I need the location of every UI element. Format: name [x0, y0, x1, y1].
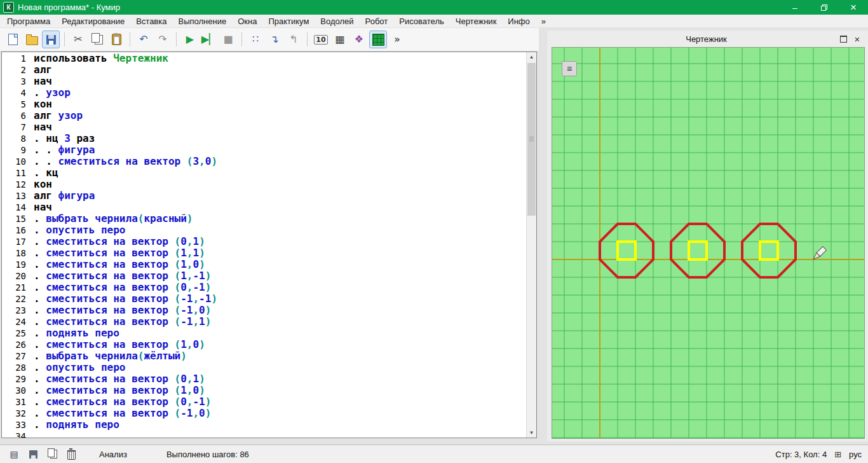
code-line[interactable]: 9. . фигура [2, 144, 527, 156]
run-button[interactable]: ▶ [181, 31, 199, 48]
code-line[interactable]: 24. сместиться на вектор (-1,1) [2, 316, 527, 328]
code-line[interactable]: 15. выбрать чернила(красный) [2, 213, 527, 225]
show-windows-button[interactable]: ∷ [247, 31, 264, 48]
close-button[interactable]: × [839, 0, 868, 15]
code-line[interactable]: 27. выбрать чернила(жёлтый) [2, 350, 527, 362]
menu-item-8[interactable]: Робот [360, 15, 394, 27]
menu-item-2[interactable]: Редактирование [56, 15, 130, 27]
drawer-field [552, 48, 864, 438]
code-line[interactable]: 1использовать Чертежник [2, 53, 527, 64]
scroll-down-button[interactable]: ▼ [527, 428, 536, 438]
undo-button[interactable]: ↶ [135, 31, 153, 48]
code-line[interactable]: 13алг фигура [2, 190, 527, 202]
protocol-button[interactable]: ▤ [6, 447, 22, 461]
scroll-up-button[interactable]: ▲ [527, 52, 536, 62]
code-line[interactable]: 8. нц 3 раз [2, 133, 527, 144]
scrollbar-thumb[interactable] [527, 63, 536, 216]
menu-item-12[interactable]: » [536, 15, 552, 27]
menu-item-7[interactable]: Водолей [315, 15, 359, 27]
code-line[interactable]: 11. кц [2, 167, 527, 179]
code-line[interactable]: 31. сместиться на вектор (0,-1) [2, 396, 527, 408]
code-line[interactable]: 34 [2, 431, 527, 438]
line-number: 1 [2, 53, 34, 64]
save-protocol-button[interactable] [25, 447, 41, 461]
code-line[interactable]: 23. сместиться на вектор (-1,0) [2, 305, 527, 316]
paste-button[interactable] [107, 31, 125, 48]
menu-item-6[interactable]: Практикум [262, 15, 315, 27]
code-line[interactable]: 22. сместиться на вектор (-1,-1) [2, 293, 527, 305]
code-line[interactable]: 2алг [2, 64, 527, 76]
new-file-button[interactable] [4, 31, 22, 48]
copy-protocol-button[interactable] [44, 447, 60, 461]
more-tools-icon: » [394, 34, 400, 45]
menu-item-9[interactable]: Рисователь [393, 15, 449, 27]
painter-window-button[interactable]: ❖ [350, 31, 368, 48]
keyboard-layout-icon[interactable]: ⊞ [834, 450, 841, 459]
code-line[interactable]: 29. сместиться на вектор (0,1) [2, 373, 527, 385]
menu-item-1[interactable]: Программа [1, 15, 56, 27]
code-line[interactable]: 6алг узор [2, 110, 527, 121]
code-line[interactable]: 7нач [2, 121, 527, 133]
restore-button[interactable] [810, 0, 839, 15]
drawer-window-button[interactable] [369, 31, 387, 48]
code-line[interactable]: 16. опустить перо [2, 225, 527, 236]
code-line[interactable]: 28. опустить перо [2, 362, 527, 373]
step-out-button[interactable]: ↰ [285, 31, 302, 48]
drawer-menu-button[interactable]: ≡ [562, 61, 577, 76]
code-line[interactable]: 21. сместиться на вектор (0,-1) [2, 282, 527, 293]
save-file-button[interactable] [42, 31, 60, 48]
code-line[interactable]: 14нач [2, 202, 527, 213]
cut-button[interactable]: ✂ [69, 31, 87, 48]
code-line[interactable]: 33. поднять перо [2, 419, 527, 431]
code-line[interactable]: 4. узор [2, 87, 527, 99]
minimize-button[interactable]: – [780, 0, 810, 15]
code-line[interactable]: 32. сместиться на вектор (-1,0) [2, 408, 527, 419]
code-text: кон [34, 99, 52, 110]
menu-item-10[interactable]: Чертежник [450, 15, 503, 27]
drawer-close-button[interactable]: × [850, 32, 864, 45]
menu-item-11[interactable]: Инфо [502, 15, 535, 27]
show-grid-button[interactable]: ▦ [331, 31, 349, 48]
menu-item-3[interactable]: Вставка [130, 15, 172, 27]
line-number: 21 [2, 282, 34, 293]
code-line[interactable]: 30. сместиться на вектор (1,0) [2, 385, 527, 396]
open-file-button[interactable] [23, 31, 41, 48]
stop-button[interactable]: ■ [219, 31, 237, 48]
drawer-float-button[interactable] [836, 32, 850, 45]
code-line[interactable]: 12кон [2, 179, 527, 190]
menu-bar: ПрограммаРедактированиеВставкаВыполнение… [0, 15, 868, 28]
code-text: . сместиться на вектор (0,1) [34, 236, 205, 247]
copy-icon [95, 35, 103, 45]
more-tools-button[interactable]: » [388, 31, 406, 48]
step-into-button[interactable]: ↴ [266, 31, 283, 48]
line-numbers-button[interactable]: 10 [312, 31, 330, 48]
copy-button[interactable] [88, 31, 106, 48]
code-line[interactable]: 20. сместиться на вектор (1,-1) [2, 270, 527, 282]
redo-button[interactable]: ↷ [154, 31, 172, 48]
line-number: 13 [2, 190, 34, 202]
keyboard-layout-label[interactable]: рус [849, 450, 862, 459]
editor-scrollbar[interactable]: ▲ ▼ [526, 52, 536, 438]
code-line[interactable]: 19. сместиться на вектор (1,0) [2, 259, 527, 270]
menu-item-4[interactable]: Выполнение [172, 15, 232, 27]
line-number: 5 [2, 99, 34, 110]
code-text: алг узор [34, 110, 83, 121]
code-line[interactable]: 26. сместиться на вектор (1,0) [2, 339, 527, 350]
code-line[interactable]: 5кон [2, 99, 527, 110]
code-line[interactable]: 17. сместиться на вектор (0,1) [2, 236, 527, 247]
line-number: 32 [2, 408, 34, 419]
line-number: 29 [2, 373, 34, 385]
code-editor[interactable]: 1использовать Чертежник2алг3нач4. узор5к… [1, 52, 537, 438]
code-line[interactable]: 18. сместиться на вектор (1,1) [2, 247, 527, 259]
run-step-button[interactable]: ▶▏ [200, 31, 218, 48]
menu-item-5[interactable]: Окна [232, 15, 262, 27]
toolbar-separator [130, 32, 130, 46]
code-line[interactable]: 3нач [2, 76, 527, 87]
code-text: . . сместиться на вектор (3,0) [34, 156, 217, 167]
line-number: 20 [2, 270, 34, 282]
clear-protocol-button[interactable] [64, 447, 79, 461]
code-line[interactable]: 25. поднять перо [2, 328, 527, 339]
code-area[interactable]: 1использовать Чертежник2алг3нач4. узор5к… [2, 53, 527, 438]
toolbar-separator [176, 32, 177, 46]
code-line[interactable]: 10. . сместиться на вектор (3,0) [2, 156, 527, 167]
